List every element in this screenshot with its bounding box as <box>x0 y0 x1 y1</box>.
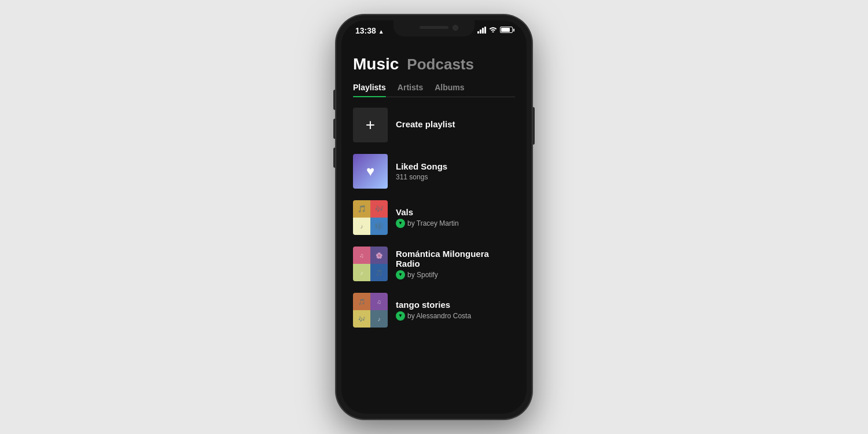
create-playlist-info: Create playlist <box>396 119 515 131</box>
vals-info: Vals ▼ by Tracey Martin <box>396 207 515 228</box>
create-playlist-thumb: + <box>353 108 388 142</box>
phone-frame: 13:38 ▲ <box>336 14 532 420</box>
mosaic-cell-3: ♪ <box>353 218 370 235</box>
romantica-download-arrow: ▼ <box>398 273 403 277</box>
vals-name: Vals <box>396 207 515 217</box>
tango-cell-1: 🎵 <box>353 293 370 310</box>
vals-by: ▼ by Tracey Martin <box>396 219 515 228</box>
romantica-thumb: ♫ 🌸 ♪ 🎵 <box>353 247 388 281</box>
mosaic-cell-1: 🎵 <box>353 200 370 218</box>
romantica-cell-3: ♪ <box>353 264 370 281</box>
battery-icon <box>500 27 513 33</box>
signal-icon <box>477 27 486 34</box>
vals-download-icon: ▼ <box>396 219 405 228</box>
tango-info: tango stories ▼ by Alessandro Costa <box>396 300 515 321</box>
tango-item[interactable]: 🎵 ♫ 🎶 ♪ <box>341 287 527 333</box>
romantica-item[interactable]: ♫ 🌸 ♪ 🎵 <box>341 241 527 287</box>
vals-mosaic: 🎵 🎶 ♪ 🎼 <box>353 200 388 235</box>
phone-screen: 13:38 ▲ <box>341 20 527 414</box>
location-icon: ▲ <box>378 28 384 35</box>
romantica-cell-4: 🎵 <box>370 264 388 281</box>
header: Music Podcasts Playlists Artists Albums <box>341 46 527 97</box>
tab-albums[interactable]: Albums <box>435 83 464 97</box>
tango-name: tango stories <box>396 300 515 310</box>
liked-songs-info: Liked Songs 311 songs <box>396 161 515 181</box>
notch <box>393 20 475 36</box>
romantica-cell-1: ♫ <box>353 247 370 264</box>
tango-download-arrow: ▼ <box>398 314 403 318</box>
main-content: Music Podcasts Playlists Artists Albums … <box>341 46 527 414</box>
playlist-list: + Create playlist ♥ Liked Songs 311 song… <box>341 97 527 338</box>
plus-icon: + <box>366 117 375 133</box>
tango-download-icon: ▼ <box>396 311 405 321</box>
wifi-icon <box>489 26 497 34</box>
create-playlist-name: Create playlist <box>396 119 515 129</box>
vals-thumb: 🎵 🎶 ♪ 🎼 <box>353 200 388 235</box>
romantica-cell-2: 🌸 <box>370 247 388 264</box>
tab-artists[interactable]: Artists <box>398 83 423 97</box>
main-tabs: Music Podcasts <box>353 55 515 73</box>
romantica-by: ▼ by Spotify <box>396 270 515 279</box>
heart-icon: ♥ <box>366 163 374 179</box>
tango-cell-4: ♪ <box>370 310 388 328</box>
romantica-info: Romántica Milonguera Radio ▼ by Spotify <box>396 249 515 279</box>
tab-playlists[interactable]: Playlists <box>353 83 386 97</box>
romantica-mosaic: ♫ 🌸 ♪ 🎵 <box>353 247 388 281</box>
liked-songs-count: 311 songs <box>396 173 515 181</box>
vals-download-arrow: ▼ <box>398 221 403 226</box>
romantica-name: Romántica Milonguera Radio <box>396 249 515 269</box>
tango-cell-3: 🎶 <box>353 310 370 328</box>
status-icons <box>477 26 513 34</box>
romantica-download-icon: ▼ <box>396 270 405 279</box>
liked-songs-item[interactable]: ♥ Liked Songs 311 songs <box>341 148 527 194</box>
liked-songs-name: Liked Songs <box>396 161 515 171</box>
notch-camera <box>453 25 458 31</box>
vals-item[interactable]: 🎵 🎶 ♪ 🎼 <box>341 194 527 241</box>
sub-tabs: Playlists Artists Albums <box>353 83 515 97</box>
mosaic-cell-2: 🎶 <box>370 200 388 218</box>
tango-cell-2: ♫ <box>370 293 388 310</box>
tab-music[interactable]: Music <box>353 55 399 73</box>
tango-mosaic: 🎵 ♫ 🎶 ♪ <box>353 293 388 328</box>
notch-speaker <box>420 26 448 29</box>
liked-songs-thumb: ♥ <box>353 154 388 189</box>
create-playlist-item[interactable]: + Create playlist <box>341 102 527 148</box>
tab-podcasts[interactable]: Podcasts <box>407 56 474 73</box>
mosaic-cell-4: 🎼 <box>370 218 388 235</box>
tango-thumb: 🎵 ♫ 🎶 ♪ <box>353 293 388 328</box>
tango-by: ▼ by Alessandro Costa <box>396 311 515 321</box>
